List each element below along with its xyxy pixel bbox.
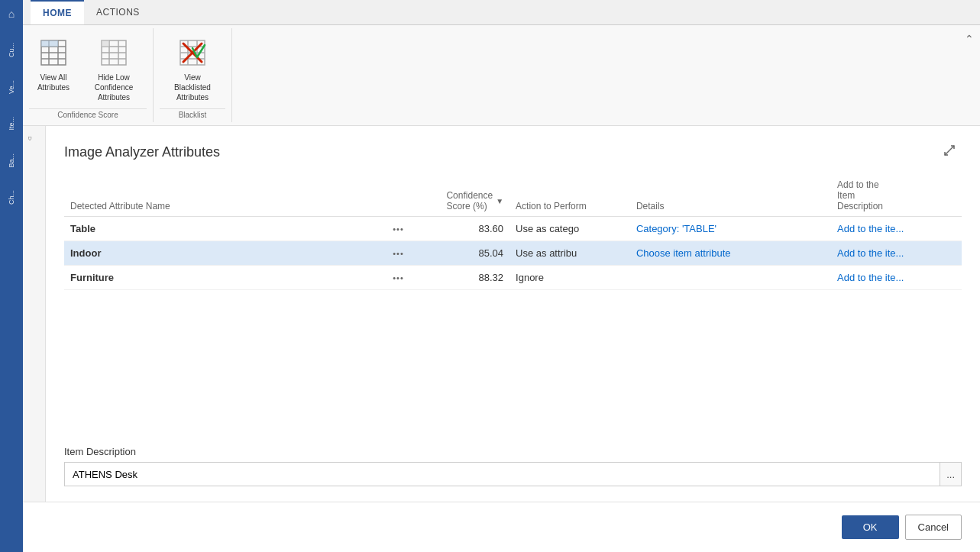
table-row: Table ••• 83.60 Use as catego Category: … bbox=[64, 217, 962, 241]
ribbon-group-blacklist: View BlacklistedAttributes Blacklist bbox=[154, 28, 232, 122]
left-page-nav: ⌂ bbox=[23, 126, 46, 502]
ribbon-group-confidence-items: View AllAttributes bbox=[29, 31, 147, 108]
item-description-browse-button[interactable]: ... bbox=[940, 462, 962, 486]
item-description-label: Item Description bbox=[64, 446, 962, 457]
th-add-to-description: Add to theItemDescription bbox=[831, 175, 962, 217]
app-sidebar: ⌂ Cu... Ve... Ite... Ba... Ch... bbox=[0, 0, 23, 552]
hide-low-confidence-button[interactable]: Hide Low ConfidenceAttributes bbox=[81, 31, 147, 105]
dialog-minimize-button[interactable] bbox=[937, 141, 962, 163]
th-confidence: ConfidenceScore (%) ▼ bbox=[419, 175, 509, 217]
row-indoor-add-link[interactable]: Add to the ite... bbox=[837, 247, 904, 259]
svg-rect-14 bbox=[102, 40, 109, 47]
row-indoor-name: Indoor bbox=[64, 241, 378, 266]
svg-line-24 bbox=[945, 150, 949, 155]
content-wrapper: ⌂ Image Analyzer Attributes bbox=[23, 126, 980, 502]
ribbon: HOME ACTIONS bbox=[23, 0, 980, 126]
row-table-confidence: 83.60 bbox=[419, 217, 509, 241]
row-furniture-action: Ignore bbox=[509, 266, 630, 290]
left-nav-home[interactable]: ⌂ bbox=[24, 132, 44, 146]
ribbon-tab-bar: HOME ACTIONS bbox=[23, 0, 980, 25]
sidebar-bank-label[interactable]: Ba... bbox=[8, 153, 15, 168]
main-area: HOME ACTIONS bbox=[23, 0, 980, 552]
th-action: Action to Perform bbox=[509, 175, 630, 217]
row-furniture-dots[interactable]: ••• bbox=[390, 272, 407, 284]
th-menu bbox=[378, 175, 419, 217]
ribbon-group-blacklist-items: View BlacklistedAttributes bbox=[160, 31, 225, 108]
sidebar-items-label[interactable]: Ite... bbox=[8, 117, 15, 131]
tab-home[interactable]: HOME bbox=[31, 0, 84, 24]
row-indoor-menu[interactable]: ••• bbox=[378, 241, 419, 266]
tab-actions[interactable]: ACTIONS bbox=[84, 0, 152, 24]
row-table-menu[interactable]: ••• bbox=[378, 217, 419, 241]
home-nav-icon[interactable]: ⌂ bbox=[8, 8, 15, 20]
row-table-details-link[interactable]: Category: 'TABLE' bbox=[636, 223, 716, 234]
row-table-action: Use as catego bbox=[509, 217, 630, 241]
row-furniture-add-link[interactable]: Add to the ite... bbox=[837, 272, 904, 283]
item-description-section: Item Description ... bbox=[64, 438, 962, 486]
ribbon-group-confidence: View AllAttributes bbox=[23, 28, 154, 122]
ribbon-group-blacklist-label: Blacklist bbox=[160, 108, 225, 119]
th-details: Details bbox=[630, 175, 831, 217]
dialog-title: Image Analyzer Attributes bbox=[64, 144, 220, 160]
dialog-content: Image Analyzer Attributes Detected Attri… bbox=[46, 126, 980, 502]
view-blacklisted-icon bbox=[174, 34, 211, 71]
sidebar-customers-label[interactable]: Cu... bbox=[8, 43, 15, 57]
row-table-name: Table bbox=[64, 217, 378, 241]
row-furniture-menu[interactable]: ••• bbox=[378, 266, 419, 290]
th-attribute-name: Detected Attribute Name bbox=[64, 175, 378, 217]
view-all-attributes-button[interactable]: View AllAttributes bbox=[29, 31, 78, 95]
svg-rect-7 bbox=[49, 40, 58, 47]
ribbon-group-confidence-label: Confidence Score bbox=[29, 108, 147, 119]
th-confidence-label: ConfidenceScore (%) bbox=[446, 190, 493, 211]
ribbon-collapse-button[interactable]: ⌃ bbox=[962, 31, 977, 47]
attributes-table: Detected Attribute Name ConfidenceScore … bbox=[64, 175, 962, 290]
ok-button[interactable]: OK bbox=[842, 515, 899, 539]
ribbon-body: View AllAttributes bbox=[23, 25, 980, 125]
row-furniture-confidence: 88.32 bbox=[419, 266, 509, 290]
row-indoor-add[interactable]: Add to the ite... bbox=[831, 241, 962, 266]
view-all-attributes-icon bbox=[35, 34, 72, 71]
table-row: Furniture ••• 88.32 Ignore Add to the it… bbox=[64, 266, 962, 290]
table-row: Indoor ••• 85.04 Use as attribu Choose i… bbox=[64, 241, 962, 266]
row-indoor-details-link[interactable]: Choose item attribute bbox=[636, 247, 731, 259]
item-description-input-row: ... bbox=[64, 462, 962, 486]
svg-line-23 bbox=[949, 146, 954, 150]
row-indoor-dots[interactable]: ••• bbox=[390, 247, 407, 260]
table-header-row: Detected Attribute Name ConfidenceScore … bbox=[64, 175, 962, 217]
dialog-footer: OK Cancel bbox=[23, 502, 980, 552]
hide-low-confidence-label: Hide Low ConfidenceAttributes bbox=[87, 73, 141, 102]
ribbon-collapse-area: ⌃ bbox=[959, 28, 980, 122]
sidebar-chart-label[interactable]: Ch... bbox=[8, 190, 15, 205]
row-furniture-add[interactable]: Add to the ite... bbox=[831, 266, 962, 290]
row-indoor-details[interactable]: Choose item attribute bbox=[630, 241, 831, 266]
cancel-button[interactable]: Cancel bbox=[905, 515, 962, 540]
filter-icon[interactable]: ▼ bbox=[496, 197, 503, 205]
row-furniture-name: Furniture bbox=[64, 266, 378, 290]
sidebar-vendors-label[interactable]: Ve... bbox=[8, 80, 15, 94]
svg-rect-6 bbox=[41, 40, 49, 47]
row-table-dots[interactable]: ••• bbox=[390, 223, 407, 235]
dialog-header: Image Analyzer Attributes bbox=[64, 141, 962, 163]
view-all-attributes-label: View AllAttributes bbox=[37, 73, 70, 92]
row-indoor-confidence: 85.04 bbox=[419, 241, 509, 266]
row-furniture-details bbox=[630, 266, 831, 290]
row-indoor-action: Use as attribu bbox=[509, 241, 630, 266]
view-blacklisted-button[interactable]: View BlacklistedAttributes bbox=[160, 31, 225, 105]
row-table-add-link[interactable]: Add to the ite... bbox=[837, 223, 904, 234]
item-description-input[interactable] bbox=[64, 462, 940, 486]
view-blacklisted-label: View BlacklistedAttributes bbox=[166, 73, 219, 102]
minimize-restore-icon bbox=[942, 143, 957, 158]
row-table-add[interactable]: Add to the ite... bbox=[831, 217, 962, 241]
row-table-details[interactable]: Category: 'TABLE' bbox=[630, 217, 831, 241]
hide-low-confidence-icon bbox=[95, 34, 132, 71]
